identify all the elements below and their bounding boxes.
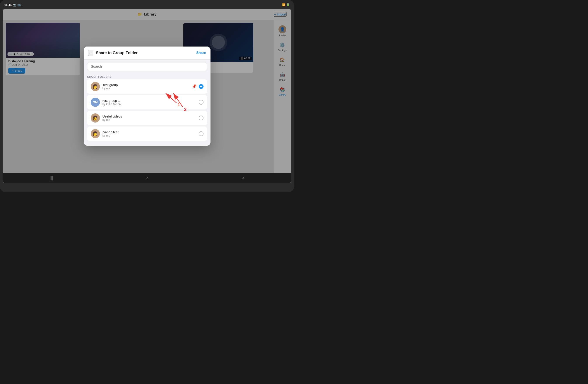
folder-info-test-group-1: test group 1 by Olha Melnik <box>103 99 196 106</box>
tablet-frame: 15:44 📷 📹 • 📶 🔋 📁 Library + Import 👤 Pro… <box>0 0 294 192</box>
modal-header: ← Share to Group Folder Share <box>84 46 210 60</box>
folder-info-useful-videos: Useful videos by me <box>103 114 196 121</box>
folder-avatar-ivanna-test: 👩 <box>91 129 100 138</box>
folder-actions-ivanna-test <box>199 131 204 136</box>
battery-icon: 🔋 <box>286 3 290 6</box>
folder-name-test-group-1: test group 1 <box>103 99 196 102</box>
modal-header-left: ← Share to Group Folder <box>88 50 138 56</box>
folder-item-test-group[interactable]: 👩 Test group by me 📌 <box>87 79 207 94</box>
status-left: 15:44 📷 📹 • <box>4 3 22 7</box>
folder-item-test-group-1[interactable]: OM test group 1 by Olha Melnik <box>87 95 207 109</box>
folder-name-ivanna-test: Ivanna test <box>103 130 196 134</box>
folder-name-useful-videos: Useful videos <box>103 114 196 118</box>
folder-info-test-group: Test group by me <box>103 83 189 90</box>
modal-overlay[interactable]: ← Share to Group Folder Share GROUP FOLD… <box>3 9 291 183</box>
time: 15:44 <box>4 3 12 7</box>
folder-actions-test-group: 📌 <box>192 84 204 89</box>
radio-selected-test-group[interactable] <box>199 84 204 89</box>
share-modal: ← Share to Group Folder Share GROUP FOLD… <box>84 46 210 146</box>
radio-empty-useful-videos[interactable] <box>199 116 204 120</box>
modal-title: Share to Group Folder <box>96 51 138 55</box>
status-bar: 15:44 📷 📹 • 📶 🔋 <box>4 2 290 8</box>
app-background: 📁 Library + Import 👤 Profile ⚙️ Settings… <box>3 9 291 183</box>
folder-by-test-group: by me <box>103 87 189 90</box>
search-input[interactable] <box>91 65 203 69</box>
folder-avatar-test-group-1: OM <box>91 98 100 107</box>
pin-icon: 📌 <box>192 84 196 89</box>
radio-empty-ivanna-test[interactable] <box>199 131 204 136</box>
folder-item-ivanna-test[interactable]: 👩 Ivanna test by me <box>87 126 207 141</box>
folder-by-useful-videos: by me <box>103 118 196 121</box>
section-label: GROUP FOLDERS <box>84 74 210 79</box>
modal-share-button[interactable]: Share <box>196 51 206 55</box>
wifi-icon: 📶 <box>282 3 285 6</box>
radio-empty-test-group-1[interactable] <box>199 100 204 105</box>
folder-info-ivanna-test: Ivanna test by me <box>103 130 196 137</box>
status-right: 📶 🔋 <box>282 3 290 6</box>
search-box[interactable] <box>87 62 207 71</box>
back-button[interactable]: ← <box>88 50 93 56</box>
folder-actions-useful-videos <box>199 116 204 120</box>
folder-actions-test-group-1 <box>199 100 204 105</box>
folder-list: 👩 Test group by me 📌 OM <box>84 79 210 146</box>
folder-by-test-group-1: by Olha Melnik <box>103 102 196 106</box>
folder-avatar-useful-videos: 👩 <box>91 113 100 122</box>
folder-item-useful-videos[interactable]: 👩 Useful videos by me <box>87 111 207 125</box>
folder-by-ivanna-test: by me <box>103 134 196 137</box>
status-icons: 📷 📹 • <box>13 3 22 7</box>
folder-name-test-group: Test group <box>103 83 189 87</box>
folder-avatar-test-group: 👩 <box>91 82 100 91</box>
